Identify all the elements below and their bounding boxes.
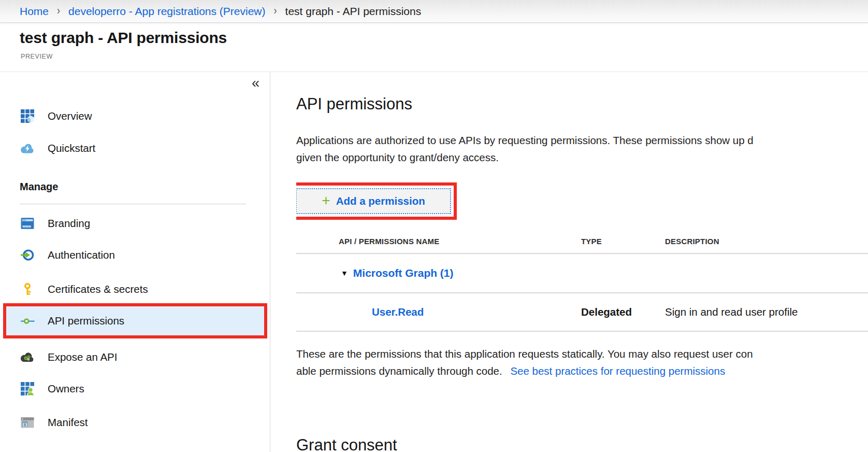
table-row: ▼ Microsoft Graph (1)	[296, 254, 868, 292]
sidebar-item-label: Overview	[48, 110, 92, 122]
breadcrumb-separator: ›	[57, 4, 60, 18]
description-line-2: given the opportunity to grant/deny acce…	[296, 149, 868, 166]
breadcrumb-current-page: test graph - API permissions	[285, 5, 422, 18]
sidebar-item-api-permissions-selected[interactable]: API permissions	[3, 303, 267, 338]
permissions-table: API / PERMISSIONS NAME TYPE DESCRIPTION …	[296, 229, 868, 332]
sidebar-collapse-button[interactable]: «	[252, 76, 259, 90]
sidebar-item-label: Authentication	[48, 249, 115, 261]
authentication-signin-icon	[21, 248, 34, 262]
sidebar-item-label: Quickstart	[48, 142, 95, 154]
table-divider	[296, 331, 868, 332]
expose-api-cloud-gears-icon	[21, 350, 34, 364]
group-name-label: Microsoft Graph (1)	[353, 267, 454, 279]
main-content: API permissions Applications are authori…	[296, 72, 868, 452]
api-permissions-description: Applications are authorized to use APIs …	[296, 132, 868, 166]
owners-grid-person-icon	[21, 382, 34, 396]
column-header-api-permissions-name: API / PERMISSIONS NAME	[296, 237, 581, 246]
microsoft-graph-group-link[interactable]: ▼ Microsoft Graph (1)	[296, 267, 581, 279]
branding-window-icon: www	[21, 217, 34, 230]
add-permission-button[interactable]: + Add a permission	[296, 188, 451, 214]
permission-description-cell: Sign in and read user profile	[665, 306, 868, 318]
breadcrumb-link-app-registrations[interactable]: developerro - App registrations (Preview…	[68, 5, 266, 18]
sidebar-item-label: Owners	[48, 383, 84, 395]
sidebar-item-manifest[interactable]: { } Manifest	[0, 406, 270, 439]
sidebar-item-branding[interactable]: www Branding	[0, 207, 270, 239]
sidebar-item-label: Manifest	[48, 416, 88, 429]
sidebar-item-label: Certificates & secrets	[48, 283, 148, 295]
quickstart-cloud-icon	[21, 142, 34, 155]
static-permissions-note: These are the permissions that this appl…	[296, 345, 868, 379]
breadcrumb: Home › developerro - App registrations (…	[0, 0, 868, 23]
manifest-code-icon: { }	[21, 416, 34, 429]
sidebar: « Overview Quickstart	[0, 72, 270, 452]
note-line-1: These are the permissions that this appl…	[296, 345, 868, 362]
sidebar-item-expose-an-api[interactable]: Expose an API	[0, 341, 270, 373]
sidebar-item-certificates-secrets[interactable]: Certificates & secrets	[0, 273, 270, 305]
sidebar-item-owners[interactable]: Owners	[0, 373, 270, 405]
permission-type-cell: Delegated	[581, 306, 665, 318]
table-header-row: API / PERMISSIONS NAME TYPE DESCRIPTION	[296, 229, 868, 253]
column-header-type: TYPE	[581, 237, 665, 246]
sidebar-section-divider	[20, 204, 246, 204]
api-permissions-heading: API permissions	[296, 94, 868, 114]
api-permissions-connector-icon	[21, 314, 35, 328]
sidebar-item-label: Branding	[48, 217, 90, 230]
grant-consent-heading: Grant consent	[296, 435, 868, 452]
sidebar-item-label: API permissions	[48, 315, 124, 327]
sidebar-section-manage: Manage	[20, 181, 58, 193]
sidebar-item-label: Expose an API	[48, 351, 117, 363]
permission-user-read-link[interactable]: User.Read	[372, 306, 424, 318]
key-icon	[21, 282, 34, 296]
note-line-2-text: able permissions dynamically through cod…	[296, 365, 505, 377]
note-line-2: able permissions dynamically through cod…	[296, 362, 868, 379]
svg-text:{ }: { }	[23, 422, 27, 427]
breadcrumb-link-home[interactable]: Home	[20, 5, 49, 18]
preview-badge: PREVIEW	[21, 53, 53, 60]
red-annotation-box: + Add a permission	[296, 182, 457, 220]
overview-grid-icon	[21, 109, 34, 123]
description-line-1: Applications are authorized to use APIs …	[296, 132, 868, 149]
column-header-description: DESCRIPTION	[665, 237, 868, 246]
svg-text:www: www	[22, 224, 31, 229]
sidebar-item-overview[interactable]: Overview	[0, 100, 270, 132]
best-practices-link[interactable]: See best practices for requesting permis…	[510, 365, 725, 377]
page-title: test graph - API permissions	[20, 29, 227, 47]
title-band: test graph - API permissions PREVIEW	[0, 23, 868, 72]
table-row: User.Read Delegated Sign in and read use…	[296, 293, 868, 331]
sidebar-item-quickstart[interactable]: Quickstart	[0, 132, 270, 164]
breadcrumb-separator: ›	[274, 4, 277, 18]
add-permission-label: Add a permission	[336, 195, 425, 207]
plus-icon: +	[322, 193, 330, 208]
collapse-caret-icon: ▼	[341, 269, 348, 277]
sidebar-item-authentication[interactable]: Authentication	[0, 239, 270, 271]
